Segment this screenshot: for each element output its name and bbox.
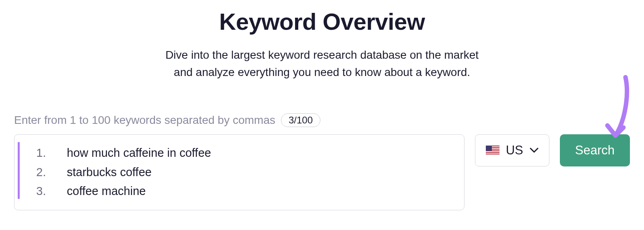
list-item-text: starbucks coffee [67,163,152,182]
country-label: US [506,143,523,158]
subtitle-line-2: and analyze everything you need to know … [174,66,470,78]
us-flag-icon [486,146,500,155]
search-row: 1. how much caffeine in coffee 2. starbu… [14,134,630,211]
keyword-input[interactable]: 1. how much caffeine in coffee 2. starbu… [14,134,464,211]
country-select[interactable]: US [475,134,549,166]
list-item-text: coffee machine [67,182,146,201]
keyword-input-label: Enter from 1 to 100 keywords separated b… [14,114,275,127]
list-item: 1. how much caffeine in coffee [36,144,454,163]
list-item-text: how much caffeine in coffee [67,144,211,163]
input-label-row: Enter from 1 to 100 keywords separated b… [14,113,630,127]
text-caret [18,142,20,199]
page-title: Keyword Overview [14,8,630,35]
keyword-list: 1. how much caffeine in coffee 2. starbu… [22,144,454,201]
search-button[interactable]: Search [560,134,630,166]
list-item-number: 2. [36,163,47,182]
keyword-count-badge: 3/100 [281,113,320,127]
subtitle-line-1: Dive into the largest keyword research d… [165,49,479,61]
list-item-number: 1. [36,144,47,163]
list-item-number: 3. [36,182,47,201]
list-item: 2. starbucks coffee [36,163,454,182]
page-subtitle: Dive into the largest keyword research d… [14,46,630,81]
chevron-down-icon [530,148,539,153]
list-item: 3. coffee machine [36,182,454,201]
